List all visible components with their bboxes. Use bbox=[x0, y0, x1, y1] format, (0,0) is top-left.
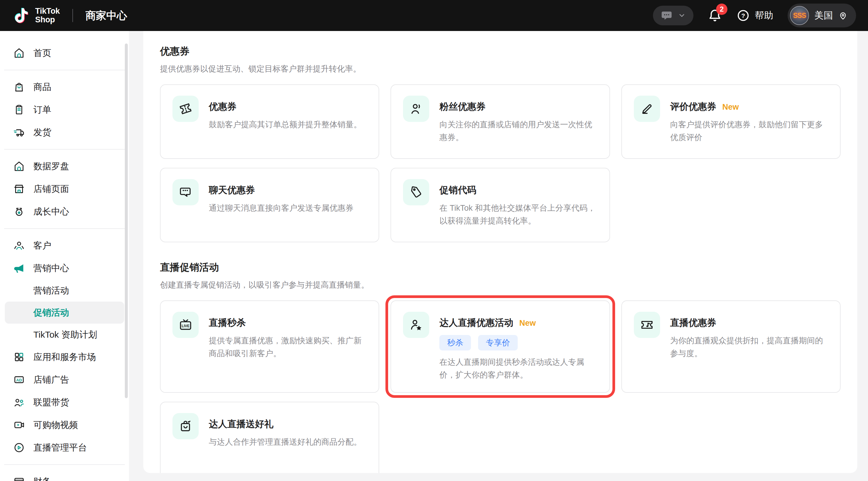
header-actions: 2 ? 帮助 SSS 美国 bbox=[653, 4, 856, 27]
card-title: 聊天优惠券 bbox=[209, 184, 255, 197]
coupon-ticket-icon bbox=[173, 96, 199, 122]
card-description: 与达人合作并管理直播送好礼的商品分配。 bbox=[209, 436, 367, 449]
live-coupon-ticket-icon bbox=[634, 312, 660, 338]
section-live-promotions: 直播促销活动 创建直播专属促销活动，以吸引客户参与并提高直播销量。 LIVE 直… bbox=[160, 261, 841, 473]
svg-text:AD: AD bbox=[16, 378, 22, 382]
pencil-icon bbox=[634, 96, 660, 122]
sidebar-item-customers[interactable]: 客户 bbox=[0, 234, 129, 257]
sidebar-subitem-promotions-active[interactable]: 促销活动 bbox=[5, 302, 124, 324]
sidebar-item-marketing-center[interactable]: 营销中心 bbox=[0, 257, 129, 279]
section-description: 创建直播专属促销活动，以吸引客户参与并提高直播销量。 bbox=[160, 279, 841, 290]
sidebar-item-affiliate[interactable]: 联盟带货 bbox=[0, 391, 129, 414]
chat-bubble-icon bbox=[661, 9, 673, 22]
help-label: 帮助 bbox=[755, 9, 773, 22]
section-title: 直播促销活动 bbox=[160, 261, 841, 274]
sidebar-subitem-tiktok-subsidy[interactable]: TikTok 资助计划 bbox=[5, 324, 124, 346]
sidebar-item-app-market[interactable]: 应用和服务市场 bbox=[0, 346, 129, 368]
card-description: 在 TikTok 和其他社交媒体平台上分享代码，以获得流量并提高转化率。 bbox=[439, 202, 597, 228]
storefront-icon bbox=[13, 183, 25, 195]
medal-icon bbox=[13, 206, 25, 217]
sidebar-item-label: 客户 bbox=[33, 240, 51, 252]
card-title: 达人直播送好礼 bbox=[209, 418, 274, 430]
card-description: 向关注你的直播或店铺的用户发送一次性优惠券。 bbox=[439, 118, 597, 144]
section-description: 提供优惠券以促进互动、锁定目标客户群并提升转化率。 bbox=[160, 63, 841, 74]
sidebar-divider bbox=[4, 464, 125, 465]
card-description: 鼓励客户提高其订单总额并提升整体销量。 bbox=[209, 118, 367, 131]
help-button[interactable]: ? 帮助 bbox=[736, 9, 773, 22]
card-description: 通过聊天消息直接向客户发送专属优惠券 bbox=[209, 202, 367, 215]
sidebar-item-products[interactable]: 商品 bbox=[0, 76, 129, 98]
brand-text: TikTok Shop bbox=[35, 7, 60, 24]
sidebar-item-growth-center[interactable]: 成长中心 bbox=[0, 200, 129, 223]
page-title: 商家中心 bbox=[86, 9, 127, 23]
new-badge: New bbox=[722, 102, 739, 112]
grid-icon bbox=[13, 351, 25, 363]
sidebar-item-shoppable-video[interactable]: 可购物视频 bbox=[0, 414, 129, 436]
card-coupon[interactable]: 优惠券 鼓励客户提高其订单总额并提升整体销量。 bbox=[160, 84, 379, 159]
card-chat-coupon[interactable]: 聊天优惠券 通过聊天消息直接向客户发送专属优惠券 bbox=[160, 168, 379, 242]
card-creator-live-deal-highlighted[interactable]: 达人直播优惠活动 New 秒杀 专享价 在达人直播期间提供秒杀活动或达人专属价，… bbox=[391, 300, 610, 393]
creator-star-icon bbox=[403, 312, 429, 338]
svg-text:?: ? bbox=[741, 12, 745, 19]
card-description: 提供专属直播优惠，激励快速购买、推广新商品和吸引新客户。 bbox=[209, 334, 367, 360]
section-title: 优惠券 bbox=[160, 45, 841, 58]
sidebar-item-label: TikTok 资助计划 bbox=[33, 329, 97, 341]
card-review-coupon[interactable]: 评价优惠券 New 向客户提供评价优惠券，鼓励他们留下更多优质评价 bbox=[621, 84, 841, 159]
megaphone-icon bbox=[13, 262, 25, 274]
sidebar-item-label: 可购物视频 bbox=[33, 419, 78, 431]
tiktok-note-icon bbox=[13, 6, 30, 25]
card-title: 直播秒杀 bbox=[209, 317, 246, 329]
sidebar-subitem-marketing-campaigns[interactable]: 营销活动 bbox=[5, 279, 124, 302]
card-title: 评价优惠券 bbox=[670, 100, 716, 113]
sidebar-item-shop-page[interactable]: 店铺页面 bbox=[0, 178, 129, 200]
card-title: 直播优惠券 bbox=[670, 317, 716, 329]
home-icon bbox=[13, 47, 25, 59]
card-live-coupon[interactable]: 直播优惠券 为你的直播观众提供折扣，提高直播期间的参与度。 bbox=[621, 300, 841, 393]
card-fans-coupon[interactable]: 粉丝优惠券 向关注你的直播或店铺的用户发送一次性优惠券。 bbox=[391, 84, 610, 159]
sidebar-item-label: 应用和服务市场 bbox=[33, 351, 96, 363]
sidebar-item-live-platform[interactable]: 直播管理平台 bbox=[0, 436, 129, 459]
card-description: 在达人直播期间提供秒杀活动或达人专属价，扩大你的客户群体。 bbox=[439, 356, 597, 382]
card-title: 达人直播优惠活动 bbox=[439, 317, 513, 329]
sidebar-item-label: 成长中心 bbox=[33, 206, 69, 218]
card-live-flash-sale[interactable]: LIVE 直播秒杀 提供专属直播优惠，激励快速购买、推广新商品和吸引新客户。 bbox=[160, 300, 379, 393]
sidebar-item-label: 店铺广告 bbox=[33, 374, 69, 386]
sidebar-item-shipping[interactable]: 发货 bbox=[0, 121, 129, 144]
sidebar-item-home[interactable]: 首页 bbox=[0, 42, 129, 64]
tag-exclusive-price: 专享价 bbox=[478, 335, 518, 351]
customers-icon bbox=[13, 240, 25, 251]
live-cards-grid: LIVE 直播秒杀 提供专属直播优惠，激励快速购买、推广新商品和吸引新客户。 达… bbox=[160, 300, 841, 473]
tag-flash-sale: 秒杀 bbox=[439, 335, 471, 351]
card-description: 向客户提供评价优惠券，鼓励他们留下更多优质评价 bbox=[670, 118, 828, 144]
play-circle-icon bbox=[13, 442, 25, 454]
sidebar-item-label: 商品 bbox=[33, 81, 51, 93]
shop-avatar: SSS bbox=[790, 6, 809, 25]
header-divider bbox=[72, 9, 73, 22]
main-content: 优惠券 提供优惠券以促进互动、锁定目标客户群并提升转化率。 优惠券 鼓励客户提高… bbox=[143, 31, 857, 473]
sidebar-item-data-compass[interactable]: 数据罗盘 bbox=[0, 155, 129, 178]
sidebar-item-label: 直播管理平台 bbox=[33, 442, 87, 454]
gift-bag-icon bbox=[173, 413, 199, 439]
sidebar-item-orders[interactable]: 订单 bbox=[0, 98, 129, 121]
section-coupons: 优惠券 提供优惠券以促进互动、锁定目标客户群并提升转化率。 优惠券 鼓励客户提高… bbox=[160, 45, 841, 242]
sidebar-item-label: 店铺页面 bbox=[33, 183, 69, 195]
chat-coupon-icon bbox=[173, 179, 199, 205]
sidebar-scrollbar[interactable] bbox=[125, 43, 128, 398]
video-camera-icon bbox=[13, 419, 25, 431]
sidebar-item-shop-ads[interactable]: AD 店铺广告 bbox=[0, 368, 129, 391]
notifications-button[interactable]: 2 bbox=[708, 8, 722, 23]
sidebar-divider bbox=[4, 70, 125, 70]
sidebar-item-label: 发货 bbox=[33, 126, 51, 139]
card-title: 优惠券 bbox=[209, 100, 237, 113]
page-body: 首页 商品 订单 发货 数据罗盘 bbox=[0, 31, 868, 481]
card-creator-live-gift[interactable]: 达人直播送好礼 与达人合作并管理直播送好礼的商品分配。 bbox=[160, 402, 379, 473]
sidebar-item-label: 联盟带货 bbox=[33, 396, 69, 409]
sidebar-item-finance[interactable]: 财务 bbox=[0, 470, 129, 481]
card-promo-code[interactable]: 促销代码 在 TikTok 和其他社交媒体平台上分享代码，以获得流量并提高转化率… bbox=[391, 168, 610, 242]
messages-dropdown-button[interactable] bbox=[653, 6, 693, 25]
shopping-bag-icon bbox=[13, 81, 25, 93]
notification-badge: 2 bbox=[716, 4, 727, 15]
shop-region-button[interactable]: SSS 美国 bbox=[787, 4, 856, 27]
tiktok-shop-logo[interactable]: TikTok Shop bbox=[13, 6, 60, 25]
region-label: 美国 bbox=[814, 9, 833, 22]
